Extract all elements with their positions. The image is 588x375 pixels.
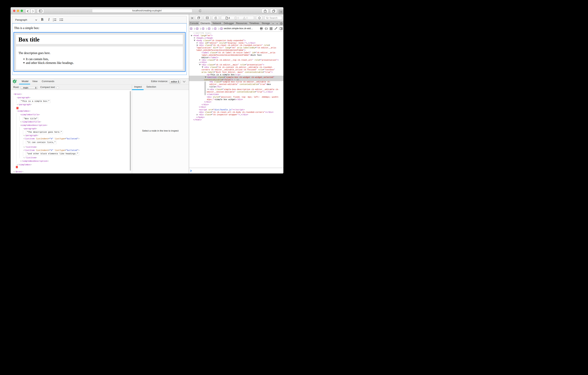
svg-text:2: 2 <box>53 20 54 21</box>
svg-text:1: 1 <box>53 18 54 20</box>
